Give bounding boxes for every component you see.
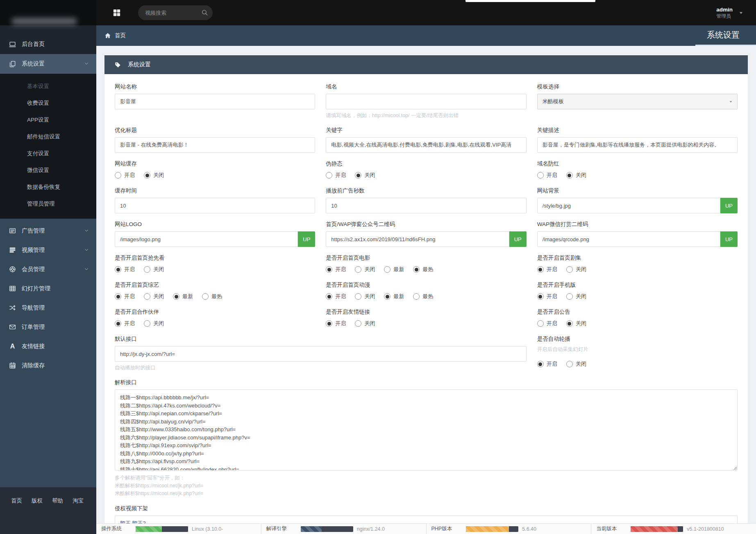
site-logo-input[interactable] <box>115 231 298 247</box>
radio-unselected[interactable] <box>144 266 150 273</box>
radio-unselected[interactable] <box>355 293 361 300</box>
radio-unselected[interactable] <box>537 172 544 179</box>
breadcrumb-home[interactable]: 首页 <box>115 32 126 39</box>
radio-selected[interactable] <box>537 361 544 367</box>
auto-carousel-option-开启[interactable]: 开启 <box>537 360 557 368</box>
default-api-input[interactable] <box>115 346 527 362</box>
partners-option-关闭[interactable]: 关闭 <box>144 320 164 327</box>
radio-selected[interactable] <box>355 172 361 179</box>
radio-unselected[interactable] <box>413 293 420 300</box>
radio-selected[interactable] <box>566 320 573 327</box>
qr-popup-upload-button[interactable]: UP <box>509 231 527 247</box>
site-logo-upload-button[interactable]: UP <box>298 231 315 247</box>
radio-selected[interactable] <box>144 172 150 179</box>
radio-selected[interactable] <box>173 293 179 300</box>
radio-selected[interactable] <box>413 266 420 273</box>
site-bg-upload-button[interactable]: UP <box>720 198 738 213</box>
radio-selected[interactable] <box>115 266 121 273</box>
mobile-version-option-关闭[interactable]: 关闭 <box>566 293 586 300</box>
rewrite-option-开启[interactable]: 开启 <box>326 172 346 179</box>
radio-unselected[interactable] <box>384 266 390 273</box>
sidebar-footer-link-首页[interactable]: 首页 <box>11 497 22 505</box>
home-preview-option-关闭[interactable]: 关闭 <box>144 266 164 273</box>
home-anime-option-关闭[interactable]: 关闭 <box>355 293 375 300</box>
radio-unselected[interactable] <box>537 320 544 327</box>
sidebar-footer-link-帮助[interactable]: 帮助 <box>52 497 63 505</box>
logo-area[interactable] <box>0 0 96 25</box>
radio-unselected[interactable] <box>355 320 361 327</box>
sidebar-item-后台首页[interactable]: 后台首页 <box>0 34 96 54</box>
caret-down-icon[interactable] <box>738 10 744 16</box>
sidebar-subitem-APP设置[interactable]: APP设置 <box>0 111 96 128</box>
user-menu[interactable]: admin 管理员 <box>716 7 738 19</box>
home-series-option-关闭[interactable]: 关闭 <box>566 266 586 273</box>
radio-selected[interactable] <box>326 293 332 300</box>
qr-reward-upload-button[interactable]: UP <box>720 231 738 247</box>
site-cache-option-关闭[interactable]: 关闭 <box>144 172 164 179</box>
sidebar-subitem-邮件短信设置[interactable]: 邮件短信设置 <box>0 128 96 145</box>
sidebar-footer-link-版权[interactable]: 版权 <box>32 497 43 505</box>
radio-unselected[interactable] <box>566 293 573 300</box>
sidebar-footer-link-淘宝[interactable]: 淘宝 <box>73 497 84 505</box>
home-movie-option-关闭[interactable]: 关闭 <box>355 266 375 273</box>
notice-option-关闭[interactable]: 关闭 <box>566 320 586 327</box>
home-anime-option-最热[interactable]: 最热 <box>413 293 433 300</box>
radio-selected[interactable] <box>115 320 121 327</box>
sidebar-item-系统设置[interactable]: 系统设置 <box>0 54 96 74</box>
home-anime-option-开启[interactable]: 开启 <box>326 293 346 300</box>
takedown-input[interactable] <box>115 516 738 523</box>
radio-selected[interactable] <box>566 172 573 179</box>
sidebar-item-导航管理[interactable]: 导航管理 <box>0 298 96 317</box>
search-icon[interactable] <box>201 9 208 16</box>
seo-title-input[interactable] <box>115 137 315 153</box>
friend-links-option-开启[interactable]: 开启 <box>326 320 346 327</box>
home-variety-option-关闭[interactable]: 关闭 <box>144 293 164 300</box>
home-variety-option-最热[interactable]: 最热 <box>202 293 222 300</box>
partners-option-开启[interactable]: 开启 <box>115 320 135 327</box>
home-preview-option-开启[interactable]: 开启 <box>115 266 135 273</box>
friend-links-option-关闭[interactable]: 关闭 <box>355 320 375 327</box>
notice-option-开启[interactable]: 开启 <box>537 320 557 327</box>
home-movie-option-最热[interactable]: 最热 <box>413 266 433 273</box>
qr-reward-input[interactable] <box>537 231 720 247</box>
sidebar-subitem-微信设置[interactable]: 微信设置 <box>0 162 96 179</box>
sidebar-item-广告管理[interactable]: 广告管理 <box>0 221 96 240</box>
keywords-input[interactable] <box>326 137 526 153</box>
domain-input[interactable] <box>326 94 526 109</box>
qr-popup-input[interactable] <box>326 231 509 247</box>
radio-unselected[interactable] <box>144 293 150 300</box>
home-variety-option-最新[interactable]: 最新 <box>173 293 193 300</box>
sidebar-subitem-管理员管理[interactable]: 管理员管理 <box>0 195 96 212</box>
radio-unselected[interactable] <box>202 293 209 300</box>
radio-selected[interactable] <box>326 266 332 273</box>
radio-unselected[interactable] <box>566 266 573 273</box>
sidebar-item-订单管理[interactable]: 订单管理 <box>0 317 96 337</box>
cache-time-input[interactable] <box>115 198 315 213</box>
sidebar-item-清除缓存[interactable]: 清除缓存 <box>0 356 96 375</box>
domain-guard-option-开启[interactable]: 开启 <box>537 172 557 179</box>
sidebar-item-会员管理[interactable]: 会员管理 <box>0 260 96 279</box>
site-bg-input[interactable] <box>537 198 720 213</box>
sidebar-subitem-数据备份恢复[interactable]: 数据备份恢复 <box>0 179 96 195</box>
home-movie-option-开启[interactable]: 开启 <box>326 266 346 273</box>
ad-seconds-input[interactable] <box>326 198 526 213</box>
radio-selected[interactable] <box>384 293 390 300</box>
radio-unselected[interactable] <box>355 266 361 273</box>
radio-unselected[interactable] <box>326 172 332 179</box>
mobile-version-option-开启[interactable]: 开启 <box>537 293 557 300</box>
parse-api-textarea[interactable] <box>115 389 738 471</box>
description-input[interactable] <box>537 137 738 153</box>
radio-selected[interactable] <box>326 320 332 327</box>
sidebar-subitem-基本设置[interactable]: 基本设置 <box>0 78 96 95</box>
home-anime-option-最新[interactable]: 最新 <box>384 293 404 300</box>
radio-selected[interactable] <box>537 266 544 273</box>
radio-selected[interactable] <box>537 293 544 300</box>
radio-unselected[interactable] <box>566 361 573 367</box>
sidebar-subitem-支付设置[interactable]: 支付设置 <box>0 145 96 162</box>
sidebar-item-视频管理[interactable]: 视频管理 <box>0 240 96 260</box>
sidebar-item-友情链接[interactable]: A友情链接 <box>0 337 96 356</box>
sidebar-item-幻灯片管理[interactable]: 幻灯片管理 <box>0 279 96 298</box>
home-movie-option-最新[interactable]: 最新 <box>384 266 404 273</box>
home-variety-option-开启[interactable]: 开启 <box>115 293 135 300</box>
radio-unselected[interactable] <box>144 320 150 327</box>
